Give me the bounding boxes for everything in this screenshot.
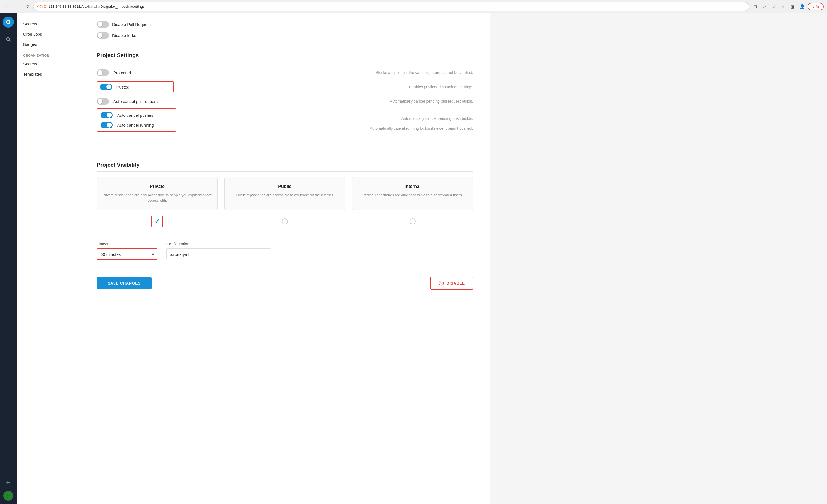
logo[interactable] — [3, 16, 14, 27]
private-card-title: Private — [102, 184, 212, 189]
action-row: SAVE CHANGES 🚫 DISABLE — [97, 271, 473, 289]
project-visibility-section: Project Visibility Private Private repos… — [97, 162, 473, 233]
sidebar: Secrets Cron Jobs Badges ORGANIZATION Se… — [16, 13, 80, 504]
reader-icon[interactable]: ≡ — [779, 3, 787, 10]
browser-right-icons: ⊡ ↗ ☆ ≡ ▣ 👤 更新 — [751, 3, 824, 10]
internal-radio[interactable] — [409, 218, 416, 224]
trusted-toggle[interactable] — [100, 83, 112, 90]
protected-description: Blocks a pipeline if the yaml signature … — [376, 70, 473, 75]
protected-toggle[interactable] — [97, 69, 109, 76]
public-radio-cell[interactable] — [224, 216, 345, 227]
project-visibility-title: Project Visibility — [97, 162, 473, 172]
nav-bar: 🌲 — [0, 13, 16, 504]
star-icon[interactable]: ☆ — [770, 3, 778, 10]
url-bar[interactable]: 不安全 123.249.83.33:8611/AlexhahahaDrag/al… — [33, 2, 749, 11]
auto-cancel-running-toggle[interactable] — [101, 122, 113, 128]
visibility-radio-row: ✓ — [97, 216, 473, 233]
visibility-cards: Private Private repositories are only ac… — [97, 177, 473, 210]
configuration-field: Configuration — [166, 242, 271, 260]
nav-search-icon[interactable] — [3, 34, 13, 44]
auto-cancel-pull-row: Auto cancel pull requests Automatically … — [97, 95, 473, 107]
disable-button[interactable]: 🚫 DISABLE — [430, 277, 473, 289]
sidebar-item-badges[interactable]: Badges — [16, 39, 80, 49]
main-content: Disable Pull Requests Disable forks Proj… — [80, 13, 490, 504]
check-mark-icon: ✓ — [154, 218, 160, 225]
save-changes-button[interactable]: SAVE CHANGES — [97, 277, 152, 289]
visibility-card-internal: Internal Internal repositories are only … — [352, 177, 473, 210]
auto-cancel-pushes-label: Auto cancel pushes — [117, 113, 173, 118]
auto-cancel-pull-description: Automatically cancel pending pull reques… — [390, 99, 473, 104]
public-card-title: Public — [230, 184, 339, 189]
timeout-field: Timeout 60 minutes 30 minutes 120 minute… — [97, 242, 157, 260]
protected-row: Protected Blocks a pipeline if the yaml … — [97, 66, 473, 79]
auto-cancel-pushes-row: Auto cancel pushes — [101, 110, 173, 120]
forward-button[interactable]: → — [13, 3, 21, 10]
security-warning: 不安全 — [37, 4, 47, 9]
svg-point-8 — [9, 482, 10, 483]
form-row: Timeout 60 minutes 30 minutes 120 minute… — [97, 242, 473, 260]
disable-pull-requests-toggle[interactable] — [97, 21, 109, 27]
sidebar-item-cron-jobs[interactable]: Cron Jobs — [16, 29, 80, 39]
profile-icon[interactable]: 👤 — [798, 3, 806, 10]
url-text: 123.249.83.33:8611/AlexhahahaDrag/alex_m… — [48, 4, 144, 9]
disable-pull-requests-label: Disable Pull Requests — [112, 22, 153, 27]
disable-forks-toggle[interactable] — [97, 32, 109, 39]
protected-label: Protected — [113, 70, 168, 75]
internal-card-title: Internal — [358, 184, 467, 189]
visibility-card-private: Private Private repositories are only ac… — [97, 177, 218, 210]
svg-point-2 — [6, 37, 10, 41]
timeout-select-wrapper: 60 minutes 30 minutes 120 minutes No tim… — [97, 248, 157, 260]
svg-point-1 — [7, 21, 9, 23]
auto-cancel-running-row: Auto cancel running — [101, 120, 173, 130]
user-avatar[interactable]: 🌲 — [3, 491, 13, 501]
private-radio-cell[interactable]: ✓ — [97, 216, 218, 227]
disable-forks-row: Disable forks — [97, 30, 473, 41]
sidebar-item-templates[interactable]: Templates — [16, 69, 80, 79]
svg-point-7 — [7, 481, 8, 482]
share-icon[interactable]: ↗ — [761, 3, 769, 10]
public-card-desc: Public repositories are accessible to ev… — [230, 192, 339, 198]
timeout-label: Timeout — [97, 242, 157, 246]
internal-radio-cell[interactable] — [352, 216, 473, 227]
private-radio-selected[interactable]: ✓ — [151, 216, 163, 227]
back-button[interactable]: ← — [3, 3, 11, 10]
trusted-label: Trusted — [115, 85, 171, 90]
auto-cancel-pull-toggle[interactable] — [97, 98, 109, 105]
public-radio[interactable] — [282, 218, 288, 224]
disable-forks-label: Disable forks — [112, 33, 136, 38]
trusted-row: Trusted Enables privileged container set… — [97, 79, 473, 95]
screenshot-icon[interactable]: ⊡ — [751, 3, 759, 10]
sidebar-item-org-secrets[interactable]: Secrets — [16, 59, 80, 69]
project-settings-title: Project Settings — [97, 52, 473, 62]
trusted-highlight-box: Trusted — [97, 81, 174, 93]
update-button[interactable]: 更新 — [808, 3, 824, 10]
visibility-card-public: Public Public repositories are accessibl… — [224, 177, 345, 210]
timeout-select[interactable]: 60 minutes 30 minutes 120 minutes No tim… — [97, 248, 157, 260]
auto-cancel-pushes-toggle[interactable] — [101, 112, 113, 118]
reload-button[interactable]: ↺ — [23, 3, 31, 10]
project-settings-section: Project Settings Protected Blocks a pipe… — [97, 52, 473, 147]
internal-card-desc: Internal repositories are only accessibl… — [358, 192, 467, 198]
sidebar-item-secrets[interactable]: Secrets — [16, 19, 80, 29]
configuration-input[interactable] — [166, 248, 271, 260]
trusted-description: Enables privileged container settings. — [409, 85, 473, 89]
disable-pull-requests-row: Disable Pull Requests — [97, 19, 473, 30]
nav-sliders-icon[interactable] — [3, 478, 13, 488]
top-toggles-section: Disable Pull Requests Disable forks — [97, 13, 473, 41]
auto-cancel-group-highlight: Auto cancel pushes Auto cancel running — [97, 108, 176, 132]
auto-cancel-pull-label: Auto cancel pull requests — [113, 99, 168, 104]
svg-line-3 — [9, 40, 11, 42]
split-icon[interactable]: ▣ — [789, 3, 796, 10]
org-section-label: ORGANIZATION — [16, 49, 80, 59]
disable-label: DISABLE — [446, 281, 465, 285]
browser-chrome: ← → ↺ 不安全 123.249.83.33:8611/AlexhahahaD… — [0, 0, 827, 13]
auto-cancel-running-label: Auto cancel running — [117, 123, 173, 127]
svg-point-9 — [7, 483, 8, 484]
ban-icon: 🚫 — [439, 280, 444, 286]
private-card-desc: Private repositories are only accessible… — [102, 192, 212, 203]
configuration-label: Configuration — [166, 242, 271, 246]
